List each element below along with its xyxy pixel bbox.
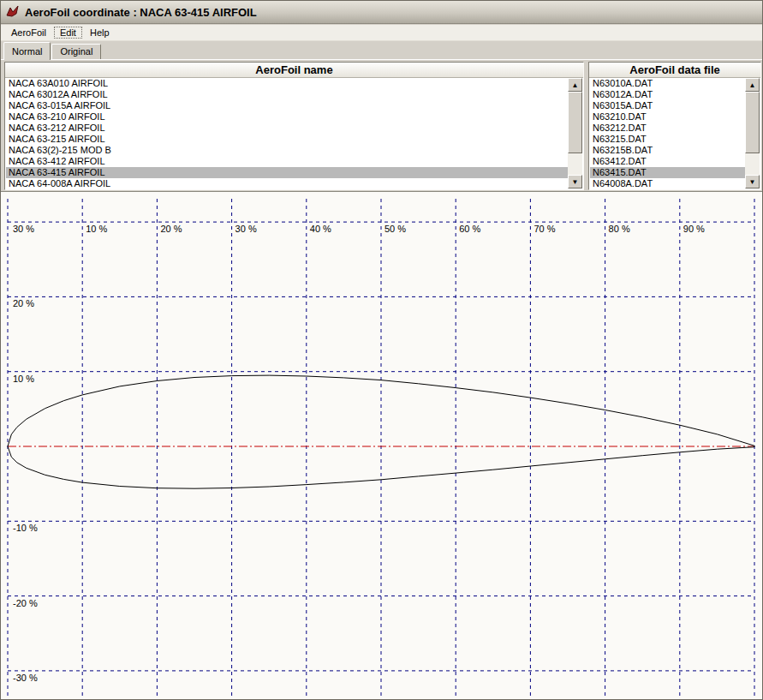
scroll-up-icon[interactable]: ▲ (568, 78, 582, 92)
list-item[interactable]: N63012A.DAT (590, 89, 745, 100)
list-item[interactable]: N63010A.DAT (590, 78, 745, 89)
airfoil-plot-panel: 10 %20 %30 %40 %50 %60 %70 %80 %90 %30 %… (1, 191, 762, 700)
list-item[interactable]: NACA 63-215 AIRFOIL (6, 134, 568, 145)
list-item[interactable]: N63210.DAT (590, 111, 745, 123)
airfoil-name-list: NACA 63A010 AIRFOILNACA 63012A AIRFOILNA… (6, 78, 568, 187)
menu-edit[interactable]: Edit (53, 26, 83, 39)
app-icon (5, 5, 20, 20)
list-item[interactable]: N63415.DAT (590, 167, 745, 178)
data-file-header: AeroFoil data file (589, 63, 760, 78)
svg-text:20 %: 20 % (13, 298, 34, 308)
airfoil-name-header: AeroFoil name (5, 63, 583, 78)
svg-text:10 %: 10 % (13, 374, 34, 384)
svg-text:70 %: 70 % (534, 224, 555, 234)
window-title: AeroFoil coordinate : NACA 63-415 AIRFOI… (25, 6, 257, 19)
titlebar[interactable]: AeroFoil coordinate : NACA 63-415 AIRFOI… (1, 1, 762, 24)
menubar: AeroFoil Edit Help (1, 25, 762, 41)
list-item[interactable]: N63215.DAT (590, 134, 745, 145)
svg-text:10 %: 10 % (86, 224, 107, 234)
list-item[interactable]: NACA 63012A AIRFOIL (6, 89, 568, 100)
data-file-scrollbar[interactable]: ▲ ▼ (745, 78, 760, 188)
list-item[interactable]: NACA 63-210 AIRFOIL (6, 111, 568, 123)
tabstrip: Normal Original (1, 41, 762, 59)
list-item[interactable]: NACA 63-015A AIRFOIL (6, 100, 568, 111)
list-panels: AeroFoil name NACA 63A010 AIRFOILNACA 63… (1, 59, 762, 191)
list-item[interactable]: NACA 64-008A AIRFOIL (6, 178, 568, 187)
svg-text:-30 %: -30 % (13, 673, 38, 683)
list-item[interactable]: NACA 63-212 AIRFOIL (6, 123, 568, 134)
list-item[interactable]: N64008A.DAT (590, 178, 745, 187)
list-item[interactable]: N63015A.DAT (590, 100, 745, 111)
list-item[interactable]: N63412.DAT (590, 156, 745, 167)
list-item[interactable]: N63215B.DAT (590, 145, 745, 156)
list-item[interactable]: N63212.DAT (590, 123, 745, 134)
svg-text:30 %: 30 % (235, 224, 257, 234)
airfoil-plot: 10 %20 %30 %40 %50 %60 %70 %80 %90 %30 %… (1, 192, 762, 700)
scroll-down-icon[interactable]: ▼ (745, 175, 760, 188)
menu-help[interactable]: Help (83, 26, 116, 39)
svg-text:40 %: 40 % (310, 224, 331, 234)
airfoil-name-listbox: AeroFoil name NACA 63A010 AIRFOILNACA 63… (4, 62, 584, 190)
list-item[interactable]: NACA 63-415 AIRFOIL (6, 167, 568, 178)
svg-text:20 %: 20 % (160, 224, 182, 234)
menu-aerofoil[interactable]: AeroFoil (4, 26, 53, 39)
tab-normal[interactable]: Normal (3, 42, 51, 60)
list-item[interactable]: NACA 63-412 AIRFOIL (6, 156, 568, 167)
list-item[interactable]: NACA 63(2)-215 MOD B (6, 145, 568, 156)
scroll-up-icon[interactable]: ▲ (745, 78, 760, 92)
tab-original[interactable]: Original (51, 44, 101, 59)
svg-text:90 %: 90 % (683, 224, 705, 234)
svg-text:80 %: 80 % (609, 224, 630, 234)
svg-text:30 %: 30 % (13, 224, 34, 234)
data-file-listbox: AeroFoil data file N63010A.DATN63012A.DA… (588, 62, 761, 190)
svg-text:-20 %: -20 % (13, 598, 38, 608)
list-item[interactable]: NACA 63A010 AIRFOIL (6, 78, 568, 89)
svg-text:50 %: 50 % (384, 224, 406, 234)
airfoil-name-scrollbar[interactable]: ▲ ▼ (568, 78, 582, 188)
svg-text:-10 %: -10 % (13, 523, 38, 533)
svg-text:60 %: 60 % (459, 224, 480, 234)
scrollbar-thumb[interactable] (745, 92, 760, 153)
app-window: AeroFoil coordinate : NACA 63-415 AIRFOI… (0, 0, 763, 700)
data-file-list: N63010A.DATN63012A.DATN63015A.DATN63210.… (590, 78, 745, 187)
scroll-down-icon[interactable]: ▼ (568, 175, 582, 188)
scrollbar-thumb[interactable] (568, 92, 582, 153)
